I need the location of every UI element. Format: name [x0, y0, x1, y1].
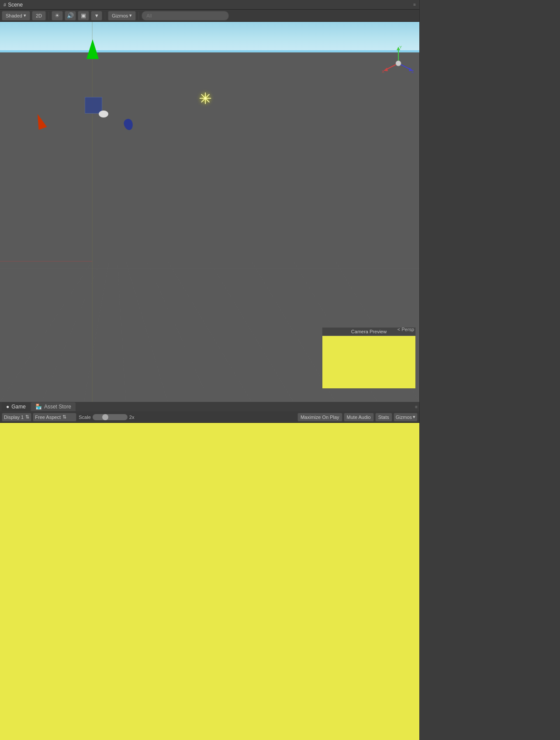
scene-title: Scene [8, 2, 23, 8]
scene-search-input[interactable] [142, 11, 229, 21]
svg-text:Y: Y [399, 46, 402, 49]
camera-preview-viewport [322, 336, 415, 388]
svg-line-2 [42, 261, 100, 402]
camera-preview-panel: Camera Preview [322, 327, 416, 389]
game-gizmos-arrow-icon: ▾ [413, 414, 415, 420]
mute-audio-button[interactable]: Mute Audio [344, 413, 374, 422]
game-toolbar: Display 1 ⇅ Free Aspect ⇅ Scale 2x Maxim… [0, 411, 419, 423]
svg-line-8 [210, 261, 294, 402]
scene-hash-icon: # [3, 2, 6, 7]
right-panel [419, 0, 560, 740]
scene-title-bar: # Scene ≡ [0, 0, 419, 10]
toolbar-sep-3 [138, 12, 139, 20]
game-panel: ● Game 🏪 Asset Store ≡ Display 1 ⇅ Free … [0, 402, 419, 740]
asset-store-tab[interactable]: 🏪 Asset Store [31, 402, 76, 411]
scene-viewport[interactable]: ✳ Y X Z [0, 22, 419, 402]
display-arrows-icon: ⇅ [25, 414, 29, 420]
fx-dropdown-button[interactable]: ▾ [91, 11, 102, 21]
svg-line-6 [147, 261, 210, 402]
lighting-toggle-button[interactable]: ☀ [52, 11, 63, 21]
svg-text:Z: Z [411, 69, 414, 74]
scale-slider[interactable] [93, 414, 128, 420]
svg-line-7 [168, 261, 252, 402]
display-selector[interactable]: Display 1 ⇅ [2, 413, 31, 422]
game-icon: ● [6, 404, 9, 410]
game-gizmos-button[interactable]: Gizmos ▾ [394, 413, 418, 422]
scene-gizmo-widget[interactable]: Y X Z [381, 46, 416, 81]
shading-arrow-icon: ▾ [24, 13, 26, 18]
shading-select[interactable]: Shaded ▾ [2, 11, 30, 21]
svg-line-5 [126, 261, 168, 402]
gizmos-arrow-icon: ▾ [129, 13, 132, 18]
game-drag-handle: ≡ [415, 405, 418, 409]
svg-point-29 [396, 61, 401, 66]
perspective-label: < Persp [398, 327, 414, 332]
game-title-bar: ● Game 🏪 Asset Store ≡ [0, 402, 419, 411]
scene-panel: # Scene ≡ Shaded ▾ 2D ☀ 🔊 ▣ ▾ Gizmos ▾ [0, 0, 419, 402]
aspect-arrows-icon: ⇅ [62, 414, 66, 420]
maximize-on-play-button[interactable]: Maximize On Play [297, 413, 342, 422]
audio-toggle-button[interactable]: 🔊 [65, 11, 76, 21]
gizmos-button[interactable]: Gizmos ▾ [108, 11, 136, 21]
scene-toolbar: Shaded ▾ 2D ☀ 🔊 ▣ ▾ Gizmos ▾ [0, 10, 419, 22]
svg-line-3 [84, 261, 109, 402]
asset-store-icon: 🏪 [35, 404, 42, 410]
toolbar-sep-2 [105, 12, 105, 20]
scene-drag-handle: ≡ [413, 2, 416, 7]
aspect-selector[interactable]: Free Aspect ⇅ [33, 413, 76, 422]
toolbar-sep-1 [48, 12, 49, 20]
svg-line-4 [118, 261, 126, 402]
mode-2d-button[interactable]: 2D [32, 11, 46, 21]
svg-text:X: X [382, 69, 384, 74]
game-tab[interactable]: ● Game [2, 402, 30, 411]
game-viewport [0, 423, 419, 740]
svg-line-12 [0, 261, 92, 402]
stats-button[interactable]: Stats [375, 413, 392, 422]
fx-toggle-button[interactable]: ▣ [78, 11, 89, 21]
scale-container: Scale 2x [79, 414, 134, 420]
